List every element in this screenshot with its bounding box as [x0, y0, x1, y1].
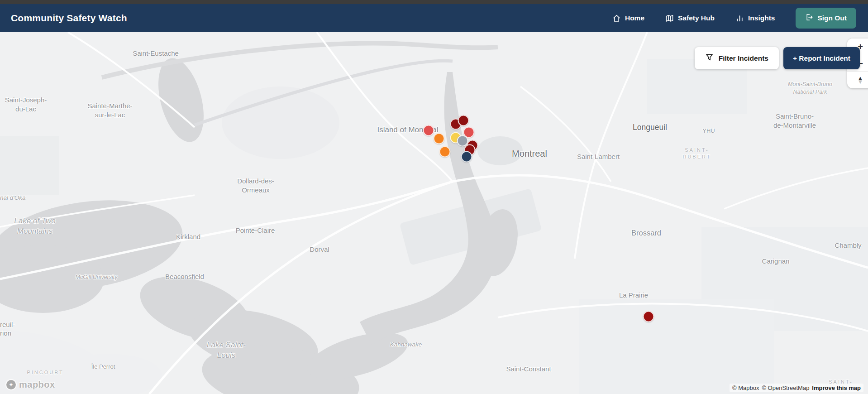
- incident-marker[interactable]: [439, 146, 451, 158]
- sign-out-icon: [805, 13, 813, 23]
- filter-incidents-button[interactable]: Filter Incidents: [695, 47, 779, 69]
- bar-chart-icon: [735, 14, 744, 23]
- mapbox-logo[interactable]: ✦ mapbox: [5, 379, 55, 390]
- improve-map-link[interactable]: Improve this map: [812, 384, 861, 391]
- nav-item-safety-hub[interactable]: Safety Hub: [665, 14, 715, 23]
- incident-marker[interactable]: [423, 125, 434, 136]
- basemap-art: [0, 32, 868, 394]
- map-toolbar: Filter Incidents + Report Incident: [695, 47, 860, 69]
- map-attribution: © Mapbox © OpenStreetMap Improve this ma…: [730, 384, 863, 392]
- nav-item-insights[interactable]: Insights: [735, 14, 775, 23]
- map-icon: [665, 14, 674, 23]
- compass-control[interactable]: ▲ ▼: [847, 72, 868, 88]
- attribution-mapbox[interactable]: © Mapbox: [732, 384, 759, 391]
- home-icon: [612, 14, 621, 23]
- funnel-icon: [705, 53, 714, 63]
- nav-item-home[interactable]: Home: [612, 14, 644, 23]
- window-chrome-strip: [0, 0, 868, 4]
- mapbox-wordmark: mapbox: [19, 380, 55, 390]
- app-header: Community Safety Watch Home Safety Hub I…: [0, 4, 868, 32]
- pitch-down-icon: ▼: [858, 80, 863, 84]
- mapbox-pin-icon: ✦: [5, 379, 17, 390]
- incident-marker[interactable]: [434, 133, 445, 144]
- map[interactable]: + − ▲ ▼ Filter Incidents + Report Incide…: [0, 32, 868, 394]
- app-title: Community Safety Watch: [11, 13, 127, 24]
- report-incident-button[interactable]: + Report Incident: [783, 47, 860, 69]
- main-nav: Home Safety Hub Insights Sign Out: [612, 8, 856, 29]
- attribution-osm[interactable]: © OpenStreetMap: [762, 384, 809, 391]
- sign-out-button[interactable]: Sign Out: [796, 8, 856, 29]
- incident-marker[interactable]: [461, 151, 472, 163]
- incident-marker[interactable]: [643, 311, 654, 322]
- incident-marker[interactable]: [458, 115, 469, 126]
